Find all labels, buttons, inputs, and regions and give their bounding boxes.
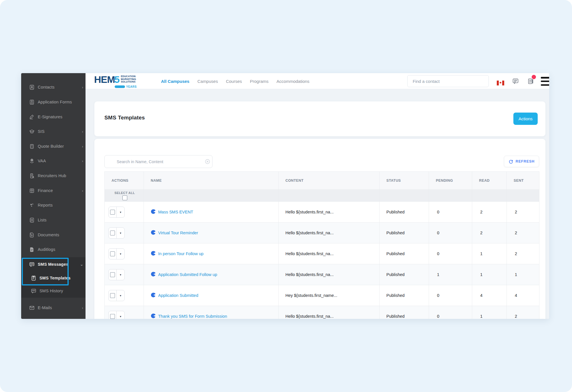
- sms-templates-table: ACTIONSNAMECONTENTSTATUSPENDINGREADSENT …: [104, 171, 539, 319]
- nav-link-programs[interactable]: Programs: [250, 79, 269, 84]
- cell-sent: 4: [507, 285, 539, 306]
- sidebar-item-sms-templates[interactable]: SMS Templates: [21, 272, 86, 284]
- row-dropdown-toggle[interactable]: ▾: [116, 249, 124, 259]
- cell-read: 4: [472, 285, 507, 306]
- find-contact-input[interactable]: [407, 75, 489, 87]
- sidebar-item-quote-builder[interactable]: Quote Builder›: [21, 141, 86, 152]
- sidebar-item-label: SMS Templates: [39, 276, 71, 280]
- sidebar-item-vaa[interactable]: VAA›: [21, 155, 86, 167]
- clear-search-icon[interactable]: [204, 159, 210, 165]
- row-checkbox-area[interactable]: [109, 290, 116, 301]
- nav-link-all-campuses[interactable]: All Campuses: [161, 79, 189, 84]
- top-navbar: HEM 5 EDUCATIONMARKETINGSOLUTIONS YEARS …: [86, 73, 549, 89]
- row-actions-split-button: ▾: [108, 290, 125, 301]
- template-name-link[interactable]: Mass SMS EVENT: [158, 210, 193, 214]
- nav-link-accommodations[interactable]: Accommodations: [277, 79, 309, 84]
- chevron-right-icon: ›: [82, 129, 83, 134]
- row-checkbox[interactable]: [110, 314, 115, 319]
- sidebar-item-e-signatures[interactable]: E-Signatures: [21, 111, 86, 123]
- actions-button[interactable]: Actions: [513, 113, 538, 125]
- row-checkbox-area[interactable]: [109, 249, 116, 259]
- template-name-link[interactable]: In person Tour Follow up: [158, 251, 204, 256]
- row-checkbox-area[interactable]: [109, 269, 116, 280]
- svg-text:SMS: SMS: [30, 263, 33, 265]
- pie-chart-icon: [151, 251, 156, 257]
- row-dropdown-toggle[interactable]: ▾: [116, 269, 124, 280]
- table-search-input[interactable]: [104, 155, 212, 168]
- cell-read: 2: [472, 202, 507, 223]
- sidebar-item-label: SMS Messages: [38, 262, 68, 267]
- table-row: ▾ Virtual Tour Reminder Hello ${students…: [105, 223, 539, 243]
- sidebar-item-sis[interactable]: SIS›: [21, 126, 86, 137]
- cell-pending: 0: [429, 202, 472, 223]
- table-row: ▾ Thank you SMS for Form Submission Hell…: [105, 306, 539, 319]
- canada-flag-icon[interactable]: [496, 79, 505, 87]
- row-checkbox[interactable]: [110, 251, 115, 256]
- sidebar-item-e-mails[interactable]: E-Mails›: [21, 302, 86, 313]
- row-dropdown-toggle[interactable]: ▾: [116, 290, 124, 301]
- row-dropdown-toggle[interactable]: ▾: [116, 207, 124, 217]
- sidebar-item-finance[interactable]: Finance›: [21, 185, 86, 196]
- caret-down-icon: ▾: [120, 211, 121, 214]
- document-pen-icon: [29, 232, 35, 238]
- nav-link-campuses[interactable]: Campuses: [197, 79, 218, 84]
- sidebar-item-application-forms[interactable]: Application Forms: [21, 96, 86, 108]
- logo-pill: [115, 85, 125, 88]
- sidebar-item-contacts[interactable]: Contacts›: [21, 81, 86, 93]
- hand-globe-icon: [29, 158, 35, 164]
- refresh-button[interactable]: REFRESH: [504, 156, 539, 167]
- row-checkbox-area[interactable]: [109, 207, 116, 217]
- sidebar-item-recruiters-hub[interactable]: Recruiters Hub: [21, 170, 86, 181]
- column-header-status: STATUS: [380, 172, 429, 190]
- sidebar-item-label: VAA: [38, 159, 46, 163]
- file-solid-icon: [29, 246, 35, 253]
- sidebar-item-label: Quote Builder: [38, 144, 64, 149]
- sidebar-item-auditlogs[interactable]: Auditlogs: [21, 244, 86, 255]
- sidebar-item-documents[interactable]: Documents: [21, 229, 86, 241]
- cell-content: Hello ${students.first_na...: [279, 306, 380, 319]
- cell-read: 1: [472, 264, 507, 285]
- calculator-icon: [29, 143, 35, 149]
- select-all-block: SELECT ALL: [114, 191, 135, 200]
- sms-templates-card: REFRESH ACTIONSNAMECONTENTSTATUSPENDINGR…: [94, 139, 545, 319]
- cell-pending: 0: [429, 285, 472, 306]
- row-checkbox[interactable]: [110, 293, 115, 298]
- row-checkbox-area[interactable]: [109, 228, 116, 238]
- cell-status: Published: [380, 223, 429, 243]
- cell-status: Published: [380, 264, 429, 285]
- row-checkbox-area[interactable]: [109, 311, 116, 319]
- building-person-icon: [29, 173, 35, 179]
- signature-icon: [29, 114, 35, 120]
- chevron-right-icon: ›: [82, 85, 83, 89]
- envelope-icon: [29, 305, 35, 311]
- top-nav-links: All CampusesCampusesCoursesProgramsAccom…: [161, 73, 309, 89]
- sidebar-item-sms-messages[interactable]: SMSSMS Messages⌄: [21, 259, 86, 270]
- row-checkbox[interactable]: [110, 210, 115, 215]
- row-checkbox[interactable]: [110, 231, 115, 235]
- row-actions-split-button: ▾: [108, 269, 125, 280]
- contact-card-icon: [29, 84, 35, 90]
- chat-bubble-icon[interactable]: [511, 77, 519, 85]
- template-name-link[interactable]: Virtual Tour Reminder: [158, 231, 198, 235]
- nav-link-courses[interactable]: Courses: [226, 79, 242, 84]
- page-title: SMS Templates: [104, 115, 145, 121]
- template-name-link[interactable]: Application Submitted: [158, 293, 198, 298]
- ledger-icon: [29, 187, 35, 194]
- cell-pending: 0: [429, 223, 472, 243]
- sidebar-item-label: Recruiters Hub: [38, 173, 66, 178]
- cell-content: Hello ${students.first_na...: [279, 223, 380, 243]
- hem-logo[interactable]: HEM 5 EDUCATIONMARKETINGSOLUTIONS YEARS: [94, 75, 151, 88]
- template-name-link[interactable]: Application Submitted Follow up: [158, 272, 217, 277]
- sidebar-item-lists[interactable]: Lists: [21, 214, 86, 226]
- sidebar-item-sms-history[interactable]: SMSSMS History: [21, 285, 86, 297]
- template-name-link[interactable]: Thank you SMS for Form Submission: [158, 314, 227, 319]
- sidebar-item-reports[interactable]: Reports: [21, 199, 86, 211]
- row-dropdown-toggle[interactable]: ▾: [116, 228, 124, 238]
- column-header-name: NAME: [144, 172, 279, 190]
- select-all-checkbox[interactable]: [122, 195, 127, 200]
- cell-sent: 2: [507, 243, 539, 264]
- caret-down-icon: ▾: [120, 315, 121, 318]
- row-checkbox[interactable]: [110, 272, 115, 277]
- row-dropdown-toggle[interactable]: ▾: [116, 311, 124, 319]
- hamburger-menu-icon[interactable]: [541, 77, 549, 86]
